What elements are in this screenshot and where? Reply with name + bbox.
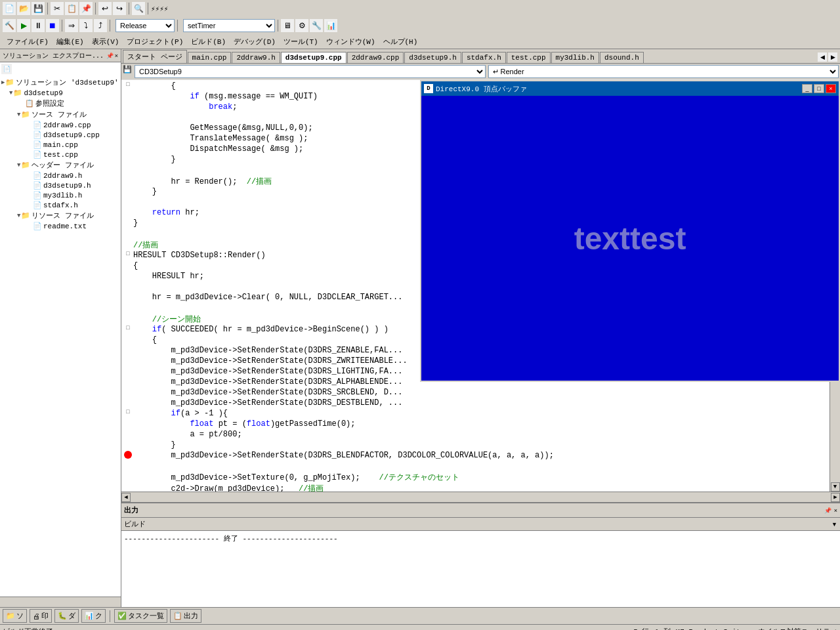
collapse-32[interactable]: □ bbox=[126, 409, 129, 415]
code-line-38: m_pd3dDevice->SetTexture(0, g_pMojiTex);… bbox=[123, 472, 828, 483]
task-list-btn[interactable]: ✅ タスク一覧 bbox=[114, 609, 167, 623]
menu-tools[interactable]: ツール(T) bbox=[280, 35, 322, 48]
collapse-1[interactable]: □ bbox=[126, 81, 129, 88]
config-select[interactable]: Release bbox=[116, 19, 175, 32]
dx-close-btn[interactable]: × bbox=[826, 84, 836, 93]
scroll-left-btn[interactable]: ◀ bbox=[121, 493, 131, 502]
tab-my3dlibh[interactable]: my3dlib.h bbox=[551, 52, 599, 63]
tab-stdafxh[interactable]: stdafx.h bbox=[462, 52, 506, 63]
bottom-debug-btn[interactable]: 🐛 ダ bbox=[54, 609, 79, 623]
open-file-btn[interactable]: 📂 bbox=[17, 2, 30, 15]
menu-view[interactable]: 表示(V) bbox=[88, 35, 123, 48]
stop-btn[interactable]: ⏹ bbox=[46, 19, 59, 32]
platform-select[interactable]: setTimer bbox=[183, 19, 275, 32]
tab-startpage[interactable]: スタート ページ bbox=[123, 50, 187, 63]
tab-next-btn[interactable]: ▶ bbox=[828, 52, 837, 62]
menu-edit[interactable]: 編集(E) bbox=[52, 35, 88, 48]
copy-btn[interactable]: 📋 bbox=[65, 2, 78, 15]
output-btn[interactable]: 📋 出力 bbox=[170, 609, 201, 623]
tree-testcpp[interactable]: 📄 test.cpp bbox=[1, 150, 119, 159]
scroll-down-btn[interactable]: ▼ bbox=[831, 482, 840, 492]
dx-content: texttest bbox=[421, 96, 839, 381]
tab-2ddraw9h[interactable]: 2ddraw9.h bbox=[232, 52, 280, 63]
output-pin-btn[interactable]: 📌 bbox=[824, 507, 831, 514]
build-dropdown-btn[interactable]: ▼ bbox=[831, 521, 837, 528]
save-btn[interactable]: 💾 bbox=[32, 2, 45, 15]
tab-dsoundh[interactable]: dsound.h bbox=[600, 52, 644, 63]
tab-testcpp[interactable]: test.cpp bbox=[507, 52, 551, 63]
bottom-class-btn[interactable]: 📊 ク bbox=[81, 609, 106, 623]
tree-resource-files[interactable]: ▼ 📁 リソース ファイル bbox=[1, 210, 119, 221]
tree-hscroll[interactable] bbox=[0, 598, 121, 606]
build-btn[interactable]: 🔨 bbox=[3, 19, 16, 32]
print-label: 印 bbox=[41, 611, 49, 621]
build-output-text: ---------------------- 終了 --------------… bbox=[124, 534, 837, 543]
tree-d3dsetup9cpp[interactable]: 📄 d3dsetup9.cpp bbox=[1, 130, 119, 140]
tree-root[interactable]: ▶ 📁 ソリューション 'd3dsetup9' (1 プ bbox=[1, 77, 119, 88]
menu-project[interactable]: プロジェクト(P) bbox=[123, 35, 187, 48]
expand-icon-d3d: ▼ bbox=[9, 90, 12, 96]
tree-readmetxt[interactable]: 📄 readme.txt bbox=[1, 221, 119, 231]
scroll-right-btn[interactable]: ▶ bbox=[831, 493, 840, 502]
status-ime: K7 Product Suite - ウイルス対策ユーリティ bbox=[676, 627, 837, 630]
step-into-btn[interactable]: ⤵ bbox=[79, 19, 93, 32]
folder-icon-res: 📁 bbox=[21, 211, 30, 220]
tools-btn[interactable]: 🔧 bbox=[310, 19, 323, 32]
menu-window[interactable]: ウィンドウ(W) bbox=[322, 35, 379, 48]
tree-my3dlibh[interactable]: 📄 my3dlib.h bbox=[1, 190, 119, 200]
undo-btn[interactable]: ↩ bbox=[98, 2, 112, 15]
tree-new-btn[interactable]: 📄 bbox=[1, 64, 12, 74]
device-btn[interactable]: 🖥 bbox=[281, 19, 294, 32]
close-panel-btn[interactable]: × bbox=[115, 52, 118, 59]
new-file-btn[interactable]: 📄 bbox=[3, 2, 16, 15]
cpp-icon-1: 📄 bbox=[33, 121, 42, 129]
tab-d3dsetup9h[interactable]: d3dsetup9.h bbox=[404, 52, 461, 63]
menu-help[interactable]: ヘルプ(H) bbox=[379, 35, 422, 48]
tree-d3dsetup9[interactable]: ▼ 📁 d3dsetup9 bbox=[1, 88, 119, 98]
tab-prev-btn[interactable]: ◀ bbox=[818, 52, 827, 62]
cut-btn[interactable]: ✂ bbox=[51, 2, 64, 15]
status-right: 5 行 1 列 K7 Product Suite - ウイルス対策ユーリティ bbox=[633, 627, 837, 630]
output-close-btn[interactable]: × bbox=[834, 507, 837, 514]
tree-2ddraw9h[interactable]: 📄 2ddraw9.h bbox=[1, 171, 119, 180]
dx-maximize-btn[interactable]: □ bbox=[814, 84, 824, 93]
expand-icon-src: ▼ bbox=[17, 112, 20, 118]
tab-2ddraw9cpp[interactable]: 2ddraw9.cpp bbox=[347, 52, 404, 63]
find-btn[interactable]: 🔍 bbox=[132, 2, 145, 15]
step-over-btn[interactable]: ⇒ bbox=[65, 19, 78, 32]
extra-btn[interactable]: 📊 bbox=[324, 19, 337, 32]
method-selector[interactable]: ↵ Render bbox=[488, 65, 839, 78]
tree-stdafxh[interactable]: 📄 stdafx.h bbox=[1, 200, 119, 210]
tree-source-files[interactable]: ▼ 📁 ソース ファイル bbox=[1, 109, 119, 120]
bottom-sol-btn[interactable]: 📁 ソ bbox=[3, 609, 27, 623]
pin-btn[interactable]: 📌 bbox=[106, 52, 114, 59]
tree-header-files[interactable]: ▼ 📁 ヘッダー ファイル bbox=[1, 159, 119, 171]
run-btn[interactable]: ▶ bbox=[17, 19, 30, 32]
menu-debug[interactable]: デバッグ(D) bbox=[230, 35, 280, 48]
code-text-30: m_pd3dDevice->SetRenderState(D3DRS_SRCBL… bbox=[133, 388, 828, 397]
code-text-39: c2d->Draw(m_pd3dDevice); //描画 bbox=[133, 483, 828, 492]
tree-maincpp[interactable]: 📄 main.cpp bbox=[1, 140, 119, 150]
menu-file[interactable]: ファイル(F) bbox=[3, 35, 52, 48]
class-label: ク bbox=[95, 611, 102, 621]
tab-d3dsetup9cpp[interactable]: d3dsetup9.cpp bbox=[281, 52, 346, 63]
h-icon-4: 📄 bbox=[33, 201, 42, 209]
menu-build[interactable]: ビルド(B) bbox=[187, 35, 230, 48]
tree-2ddraw9cpp[interactable]: 📄 2ddraw9.cpp bbox=[1, 120, 119, 130]
dx-minimize-btn[interactable]: _ bbox=[802, 84, 812, 93]
bottom-print-btn[interactable]: 🖨 印 bbox=[30, 609, 52, 623]
code-text-34: a = pt/800; bbox=[133, 430, 828, 439]
tree-my3dlibh-label: my3dlib.h bbox=[43, 192, 82, 200]
bottom-toolbar: 📁 ソ 🖨 印 🐛 ダ 📊 ク ✅ タスク一覧 📋 出力 bbox=[0, 607, 840, 624]
tree-references[interactable]: 📋 参照設定 bbox=[1, 98, 119, 109]
pause-btn[interactable]: ⏸ bbox=[32, 19, 45, 32]
step-out-btn[interactable]: ⤴ bbox=[94, 19, 107, 32]
tree-d3dsetup9h[interactable]: 📄 d3dsetup9.h bbox=[1, 180, 119, 190]
collapse-24[interactable]: □ bbox=[126, 325, 129, 331]
collapse-17[interactable]: □ bbox=[126, 251, 129, 257]
class-selector[interactable]: CD3DSetup9 bbox=[135, 65, 486, 78]
redo-btn[interactable]: ↪ bbox=[113, 2, 126, 15]
tab-maincpp[interactable]: main.cpp bbox=[188, 52, 232, 63]
settings-btn[interactable]: ⚙ bbox=[295, 19, 308, 32]
paste-btn[interactable]: 📌 bbox=[79, 2, 93, 15]
